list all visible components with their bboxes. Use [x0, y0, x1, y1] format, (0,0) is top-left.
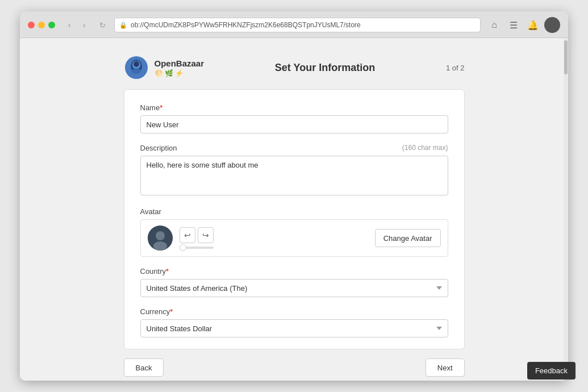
- avatar-controls: ↩ ↪: [180, 227, 368, 249]
- avatar-slider-row: [180, 247, 368, 249]
- forward-nav-button[interactable]: ›: [78, 19, 90, 31]
- country-required-star: *: [166, 267, 169, 276]
- browser-window: ‹ › ↻ 🔒 ob://QmcUDmZK8PsPYWw5FRHKNZFjszm…: [20, 11, 568, 381]
- avatar-group: Avatar ↩ ↪: [140, 207, 448, 257]
- currency-select[interactable]: United States Dollar Euro British Pound …: [140, 319, 448, 337]
- avatar-preview: [148, 226, 173, 251]
- page-content: OpenBazaar 🌕 🌿 ⚡ Set Your Information 1 …: [20, 38, 568, 381]
- country-label: Country*: [140, 267, 448, 276]
- avatar-next-button[interactable]: ↪: [198, 227, 214, 243]
- close-button[interactable]: [28, 22, 35, 28]
- country-select[interactable]: United States of America (The) United Ki…: [140, 279, 448, 297]
- titlebar: ‹ › ↻ 🔒 ob://QmcUDmZK8PsPYWw5FRHKNZFjszm…: [20, 11, 568, 38]
- name-group: Name*: [140, 103, 448, 134]
- svg-point-3: [134, 61, 139, 67]
- avatar-section: ↩ ↪ Change Avatar: [140, 219, 448, 257]
- user-avatar-button[interactable]: [544, 17, 560, 33]
- currency-required-star: *: [170, 307, 173, 316]
- svg-point-4: [132, 68, 141, 74]
- avatar-slider[interactable]: [180, 247, 214, 249]
- svg-point-7: [153, 241, 167, 251]
- app-header: OpenBazaar 🌕 🌿 ⚡ Set Your Information 1 …: [124, 49, 465, 89]
- card-footer: Back Next: [124, 349, 465, 377]
- minimize-button[interactable]: [38, 22, 45, 28]
- form-card: Name* Description (160 char max) Hello, …: [124, 89, 465, 349]
- logo-name-text: OpenBazaar: [155, 59, 205, 68]
- step-indicator: 1 of 2: [446, 64, 465, 72]
- avatar-prev-button[interactable]: ↩: [180, 227, 195, 243]
- avatar-nav-row: ↩ ↪: [180, 227, 368, 243]
- home-button[interactable]: ⌂: [486, 17, 502, 33]
- badge-bolt: ⚡: [175, 69, 184, 77]
- back-nav-button[interactable]: ‹: [63, 19, 76, 31]
- char-limit-text: (160 char max): [402, 144, 448, 152]
- maximize-button[interactable]: [48, 22, 55, 28]
- back-button[interactable]: Back: [124, 358, 164, 377]
- name-required-star: *: [160, 103, 162, 112]
- name-label: Name*: [140, 103, 448, 112]
- badge-moon: 🌕: [155, 69, 163, 77]
- description-textarea[interactable]: Hello, here is some stuff about me: [140, 156, 448, 195]
- badge-leaf: 🌿: [165, 69, 173, 77]
- next-button[interactable]: Next: [426, 358, 465, 377]
- url-text: ob://QmcUDmZK8PsPYWw5FRHKNZFjszm2K6e68BQ…: [131, 21, 361, 29]
- refresh-button[interactable]: ↻: [96, 19, 109, 31]
- svg-point-6: [156, 231, 165, 240]
- app-logo: OpenBazaar 🌕 🌿 ⚡: [124, 55, 205, 80]
- lock-icon: 🔒: [119, 22, 127, 29]
- currency-label: Currency*: [140, 307, 448, 316]
- browser-actions: ⌂ ☰ 🔔: [486, 17, 560, 33]
- logo-text: OpenBazaar 🌕 🌿 ⚡: [155, 59, 205, 77]
- country-group: Country* United States of America (The) …: [140, 267, 448, 297]
- traffic-lights: [28, 22, 55, 28]
- notifications-button[interactable]: 🔔: [525, 17, 541, 33]
- nav-buttons: ‹ ›: [63, 19, 90, 31]
- scrollbar-thumb: [564, 40, 568, 74]
- scrollbar[interactable]: [564, 38, 568, 381]
- description-group: Description (160 char max) Hello, here i…: [140, 144, 448, 197]
- change-avatar-button[interactable]: Change Avatar: [375, 229, 441, 247]
- logo-icon: [124, 55, 149, 80]
- logo-badges: 🌕 🌿 ⚡: [155, 69, 205, 77]
- address-bar[interactable]: 🔒 ob://QmcUDmZK8PsPYWw5FRHKNZFjszm2K6e68…: [114, 18, 481, 32]
- bookmarks-button[interactable]: ☰: [506, 17, 522, 33]
- avatar-label: Avatar: [140, 207, 448, 216]
- description-label: Description (160 char max): [140, 144, 448, 152]
- currency-group: Currency* United States Dollar Euro Brit…: [140, 307, 448, 337]
- page-title: Set Your Information: [275, 62, 375, 74]
- name-input[interactable]: [140, 115, 448, 134]
- feedback-button[interactable]: Feedback: [527, 362, 576, 380]
